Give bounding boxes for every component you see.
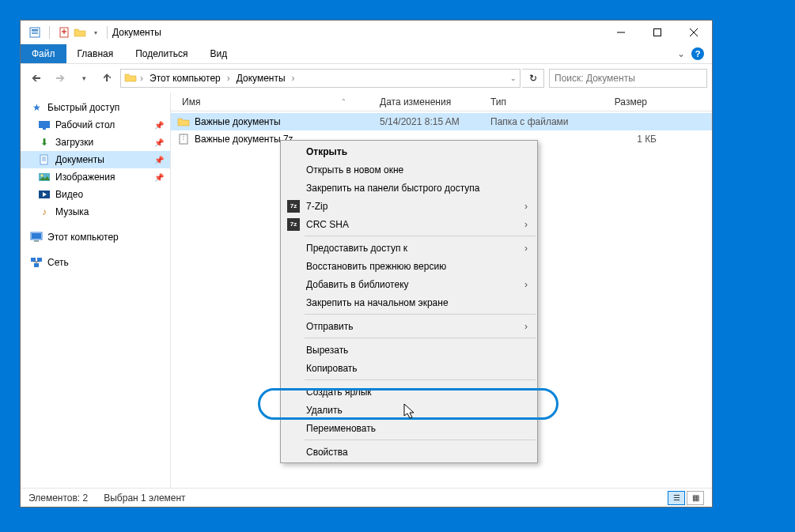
ctx-give-access[interactable]: Предоставить доступ к› [281,239,537,257]
ribbon-tab-home[interactable]: Главная [66,44,125,63]
file-row[interactable]: Важные документы 5/14/2021 8:15 AM Папка… [171,113,712,130]
maximize-button[interactable] [639,21,676,44]
qat-folder-icon[interactable] [74,26,86,39]
separator [305,338,536,338]
chevron-right-icon[interactable]: › [140,73,143,84]
sidebar-item-documents[interactable]: Документы 📌 [21,151,170,168]
view-details-button[interactable]: ☰ [668,491,685,505]
ctx-open-new-window[interactable]: Открыть в новом окне [281,160,537,179]
ctx-cut[interactable]: Вырезать [281,341,537,359]
sidebar-item-label: Музыка [55,206,89,217]
this-pc-icon [30,231,43,243]
sidebar-item-this-pc[interactable]: Этот компьютер [21,228,170,246]
ctx-delete[interactable]: Удалить [281,401,537,419]
svg-rect-11 [40,155,47,164]
search-input[interactable]: Поиск: Документы [549,69,707,88]
ribbon-expand-icon[interactable]: ⌄ [677,48,685,59]
status-count: Элементов: 2 [28,492,88,504]
ribbon-tab-file[interactable]: Файл [21,44,66,63]
refresh-button[interactable]: ↻ [522,69,544,88]
ctx-add-library[interactable]: Добавить в библиотеку› [281,275,537,293]
folder-icon [124,72,137,85]
column-name[interactable]: Имя⌃ [177,96,375,108]
qat-new-icon[interactable] [58,26,70,39]
ctx-properties[interactable]: Свойства [281,443,537,461]
separator [305,379,536,380]
svg-point-16 [41,175,44,177]
separator [49,26,50,39]
separator [305,314,536,315]
statusbar: Элементов: 2 Выбран 1 элемент ☰ ▦ [21,488,712,507]
view-thumbnails-button[interactable]: ▦ [687,491,704,505]
sidebar-item-label: Загрузки [55,137,93,148]
ribbon-tab-view[interactable]: Вид [199,44,238,63]
help-icon[interactable]: ? [691,47,704,60]
chevron-right-icon: › [524,201,528,212]
chevron-right-icon: › [524,321,528,332]
sidebar-item-label: Рабочий стол [55,119,115,130]
qat-dropdown-icon[interactable]: ▾ [89,26,102,39]
forward-button[interactable]: 🡪 [49,67,71,89]
chevron-right-icon[interactable]: › [292,73,295,84]
svg-rect-19 [32,233,41,239]
svg-rect-23 [34,263,39,267]
up-button[interactable]: 🡩 [97,67,119,89]
back-button[interactable]: 🡨 [25,67,47,89]
file-date: 5/14/2021 8:15 AM [380,116,490,127]
context-menu: Открыть Открыть в новом окне Закрепить н… [280,140,538,463]
minimize-button[interactable] [603,21,639,44]
pin-icon: 📌 [154,121,164,130]
ctx-copy[interactable]: Копировать [281,359,537,377]
column-headers: Имя⌃ Дата изменения Тип Размер [171,92,712,111]
ctx-restore-previous[interactable]: Восстановить прежнюю версию [281,257,537,275]
file-type: Папка с файлами [490,116,601,127]
file-size: 1 КБ [601,134,657,145]
svg-rect-20 [34,240,39,242]
chevron-right-icon[interactable]: › [227,73,230,84]
crumb-documents[interactable]: Документы [233,71,289,85]
ctx-pin-start[interactable]: Закрепить на начальном экране [281,293,537,311]
ctx-pin-quick-access[interactable]: Закрепить на панели быстрого доступа [281,179,537,197]
sidebar-item-label: Видео [55,189,83,200]
ctx-crc-sha[interactable]: 7zCRC SHA› [281,215,537,233]
sidebar-item-pictures[interactable]: Изображения 📌 [21,168,170,186]
sidebar-item-videos[interactable]: Видео [21,186,170,203]
close-button[interactable] [676,21,712,44]
ctx-create-shortcut[interactable]: Создать ярлык [281,383,537,401]
file-name: Важные документы [195,116,380,127]
ctx-open[interactable]: Открыть [281,142,537,160]
downloads-icon: ⬇ [38,136,51,149]
status-selection: Выбран 1 элемент [104,492,185,504]
recent-locations-button[interactable]: ▾ [73,67,95,89]
svg-rect-2 [32,32,38,32]
archive-icon [177,133,190,145]
breadcrumb[interactable]: › Этот компьютер › Документы › ⌄ [120,69,521,88]
svg-rect-9 [39,121,50,128]
ctx-7zip[interactable]: 7z7-Zip› [281,197,537,215]
crumb-this-pc[interactable]: Этот компьютер [146,71,224,85]
ribbon-tab-share[interactable]: Поделиться [124,44,199,63]
7zip-icon: 7z [287,218,300,231]
sidebar-item-music[interactable]: ♪ Музыка [21,203,170,221]
chevron-right-icon: › [524,219,528,230]
documents-icon [38,153,51,166]
separator [305,236,536,236]
sidebar-item-label: Сеть [47,257,69,268]
column-size[interactable]: Размер [596,96,652,108]
column-date[interactable]: Дата изменения [375,96,486,108]
sidebar-item-quick-access[interactable]: ★ Быстрый доступ [21,99,170,116]
qat-properties-icon[interactable] [28,26,41,39]
sidebar: ★ Быстрый доступ Рабочий стол 📌 ⬇ Загруз… [21,92,171,488]
network-icon [30,256,43,269]
sidebar-item-network[interactable]: Сеть [21,254,170,271]
sidebar-item-desktop[interactable]: Рабочий стол 📌 [21,116,170,134]
pin-icon: 📌 [154,173,164,182]
chevron-right-icon: › [524,279,528,290]
ctx-rename[interactable]: Переименовать [281,419,537,437]
addr-dropdown-icon[interactable]: ⌄ [510,74,517,82]
column-type[interactable]: Тип [486,96,596,108]
svg-rect-1 [32,29,38,31]
sidebar-item-downloads[interactable]: ⬇ Загрузки 📌 [21,134,170,151]
sidebar-item-label: Изображения [55,172,115,183]
ctx-send-to[interactable]: Отправить› [281,317,537,335]
